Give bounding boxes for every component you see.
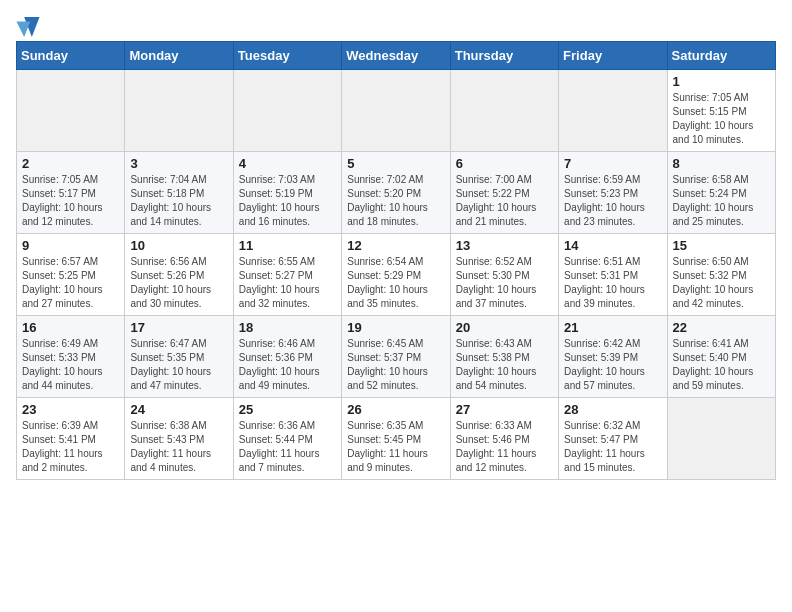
day-cell: 23Sunrise: 6:39 AM Sunset: 5:41 PM Dayli… <box>17 398 125 480</box>
day-cell: 18Sunrise: 6:46 AM Sunset: 5:36 PM Dayli… <box>233 316 341 398</box>
day-cell: 5Sunrise: 7:02 AM Sunset: 5:20 PM Daylig… <box>342 152 450 234</box>
day-cell: 28Sunrise: 6:32 AM Sunset: 5:47 PM Dayli… <box>559 398 667 480</box>
day-number: 25 <box>239 402 336 417</box>
day-cell: 8Sunrise: 6:58 AM Sunset: 5:24 PM Daylig… <box>667 152 775 234</box>
day-cell: 27Sunrise: 6:33 AM Sunset: 5:46 PM Dayli… <box>450 398 558 480</box>
day-info: Sunrise: 6:51 AM Sunset: 5:31 PM Dayligh… <box>564 255 661 311</box>
day-cell <box>342 70 450 152</box>
logo-icon <box>16 17 40 37</box>
day-cell: 10Sunrise: 6:56 AM Sunset: 5:26 PM Dayli… <box>125 234 233 316</box>
day-cell: 17Sunrise: 6:47 AM Sunset: 5:35 PM Dayli… <box>125 316 233 398</box>
day-number: 6 <box>456 156 553 171</box>
day-number: 1 <box>673 74 770 89</box>
day-cell <box>233 70 341 152</box>
day-number: 16 <box>22 320 119 335</box>
day-number: 23 <box>22 402 119 417</box>
day-cell: 7Sunrise: 6:59 AM Sunset: 5:23 PM Daylig… <box>559 152 667 234</box>
day-number: 3 <box>130 156 227 171</box>
weekday-header-thursday: Thursday <box>450 42 558 70</box>
day-number: 27 <box>456 402 553 417</box>
day-cell: 4Sunrise: 7:03 AM Sunset: 5:19 PM Daylig… <box>233 152 341 234</box>
day-number: 21 <box>564 320 661 335</box>
day-number: 5 <box>347 156 444 171</box>
day-info: Sunrise: 6:32 AM Sunset: 5:47 PM Dayligh… <box>564 419 661 475</box>
day-info: Sunrise: 6:49 AM Sunset: 5:33 PM Dayligh… <box>22 337 119 393</box>
day-cell <box>17 70 125 152</box>
day-info: Sunrise: 6:59 AM Sunset: 5:23 PM Dayligh… <box>564 173 661 229</box>
day-number: 10 <box>130 238 227 253</box>
day-info: Sunrise: 6:57 AM Sunset: 5:25 PM Dayligh… <box>22 255 119 311</box>
day-info: Sunrise: 6:33 AM Sunset: 5:46 PM Dayligh… <box>456 419 553 475</box>
weekday-header-tuesday: Tuesday <box>233 42 341 70</box>
day-number: 8 <box>673 156 770 171</box>
calendar-table: SundayMondayTuesdayWednesdayThursdayFrid… <box>16 41 776 480</box>
day-info: Sunrise: 7:03 AM Sunset: 5:19 PM Dayligh… <box>239 173 336 229</box>
day-cell <box>125 70 233 152</box>
header <box>16 16 776 37</box>
weekday-header-monday: Monday <box>125 42 233 70</box>
day-cell: 6Sunrise: 7:00 AM Sunset: 5:22 PM Daylig… <box>450 152 558 234</box>
day-cell: 19Sunrise: 6:45 AM Sunset: 5:37 PM Dayli… <box>342 316 450 398</box>
day-cell: 20Sunrise: 6:43 AM Sunset: 5:38 PM Dayli… <box>450 316 558 398</box>
day-cell: 25Sunrise: 6:36 AM Sunset: 5:44 PM Dayli… <box>233 398 341 480</box>
day-cell: 21Sunrise: 6:42 AM Sunset: 5:39 PM Dayli… <box>559 316 667 398</box>
day-info: Sunrise: 6:52 AM Sunset: 5:30 PM Dayligh… <box>456 255 553 311</box>
week-row-1: 1Sunrise: 7:05 AM Sunset: 5:15 PM Daylig… <box>17 70 776 152</box>
day-number: 2 <box>22 156 119 171</box>
day-info: Sunrise: 6:54 AM Sunset: 5:29 PM Dayligh… <box>347 255 444 311</box>
day-number: 15 <box>673 238 770 253</box>
day-info: Sunrise: 6:35 AM Sunset: 5:45 PM Dayligh… <box>347 419 444 475</box>
day-info: Sunrise: 6:56 AM Sunset: 5:26 PM Dayligh… <box>130 255 227 311</box>
day-cell: 1Sunrise: 7:05 AM Sunset: 5:15 PM Daylig… <box>667 70 775 152</box>
day-number: 17 <box>130 320 227 335</box>
day-number: 26 <box>347 402 444 417</box>
day-info: Sunrise: 7:02 AM Sunset: 5:20 PM Dayligh… <box>347 173 444 229</box>
calendar-header: SundayMondayTuesdayWednesdayThursdayFrid… <box>17 42 776 70</box>
day-cell <box>450 70 558 152</box>
day-cell: 22Sunrise: 6:41 AM Sunset: 5:40 PM Dayli… <box>667 316 775 398</box>
week-row-3: 9Sunrise: 6:57 AM Sunset: 5:25 PM Daylig… <box>17 234 776 316</box>
weekday-header-sunday: Sunday <box>17 42 125 70</box>
day-info: Sunrise: 6:55 AM Sunset: 5:27 PM Dayligh… <box>239 255 336 311</box>
day-cell: 2Sunrise: 7:05 AM Sunset: 5:17 PM Daylig… <box>17 152 125 234</box>
day-cell: 13Sunrise: 6:52 AM Sunset: 5:30 PM Dayli… <box>450 234 558 316</box>
day-cell: 3Sunrise: 7:04 AM Sunset: 5:18 PM Daylig… <box>125 152 233 234</box>
day-info: Sunrise: 6:45 AM Sunset: 5:37 PM Dayligh… <box>347 337 444 393</box>
day-info: Sunrise: 6:36 AM Sunset: 5:44 PM Dayligh… <box>239 419 336 475</box>
day-number: 20 <box>456 320 553 335</box>
week-row-5: 23Sunrise: 6:39 AM Sunset: 5:41 PM Dayli… <box>17 398 776 480</box>
day-number: 22 <box>673 320 770 335</box>
day-info: Sunrise: 6:43 AM Sunset: 5:38 PM Dayligh… <box>456 337 553 393</box>
day-cell: 11Sunrise: 6:55 AM Sunset: 5:27 PM Dayli… <box>233 234 341 316</box>
day-cell <box>559 70 667 152</box>
week-row-2: 2Sunrise: 7:05 AM Sunset: 5:17 PM Daylig… <box>17 152 776 234</box>
weekday-header-wednesday: Wednesday <box>342 42 450 70</box>
day-info: Sunrise: 6:41 AM Sunset: 5:40 PM Dayligh… <box>673 337 770 393</box>
day-cell: 26Sunrise: 6:35 AM Sunset: 5:45 PM Dayli… <box>342 398 450 480</box>
day-number: 12 <box>347 238 444 253</box>
day-number: 9 <box>22 238 119 253</box>
day-info: Sunrise: 7:05 AM Sunset: 5:15 PM Dayligh… <box>673 91 770 147</box>
day-number: 11 <box>239 238 336 253</box>
day-info: Sunrise: 6:46 AM Sunset: 5:36 PM Dayligh… <box>239 337 336 393</box>
weekday-header-row: SundayMondayTuesdayWednesdayThursdayFrid… <box>17 42 776 70</box>
calendar-body: 1Sunrise: 7:05 AM Sunset: 5:15 PM Daylig… <box>17 70 776 480</box>
day-info: Sunrise: 7:00 AM Sunset: 5:22 PM Dayligh… <box>456 173 553 229</box>
day-info: Sunrise: 6:39 AM Sunset: 5:41 PM Dayligh… <box>22 419 119 475</box>
day-number: 14 <box>564 238 661 253</box>
day-cell: 14Sunrise: 6:51 AM Sunset: 5:31 PM Dayli… <box>559 234 667 316</box>
day-info: Sunrise: 6:58 AM Sunset: 5:24 PM Dayligh… <box>673 173 770 229</box>
day-number: 18 <box>239 320 336 335</box>
svg-marker-1 <box>16 21 30 36</box>
day-info: Sunrise: 6:47 AM Sunset: 5:35 PM Dayligh… <box>130 337 227 393</box>
day-number: 4 <box>239 156 336 171</box>
day-info: Sunrise: 7:04 AM Sunset: 5:18 PM Dayligh… <box>130 173 227 229</box>
day-info: Sunrise: 7:05 AM Sunset: 5:17 PM Dayligh… <box>22 173 119 229</box>
day-number: 24 <box>130 402 227 417</box>
day-number: 7 <box>564 156 661 171</box>
day-info: Sunrise: 6:42 AM Sunset: 5:39 PM Dayligh… <box>564 337 661 393</box>
day-number: 28 <box>564 402 661 417</box>
day-cell <box>667 398 775 480</box>
day-number: 13 <box>456 238 553 253</box>
day-cell: 12Sunrise: 6:54 AM Sunset: 5:29 PM Dayli… <box>342 234 450 316</box>
